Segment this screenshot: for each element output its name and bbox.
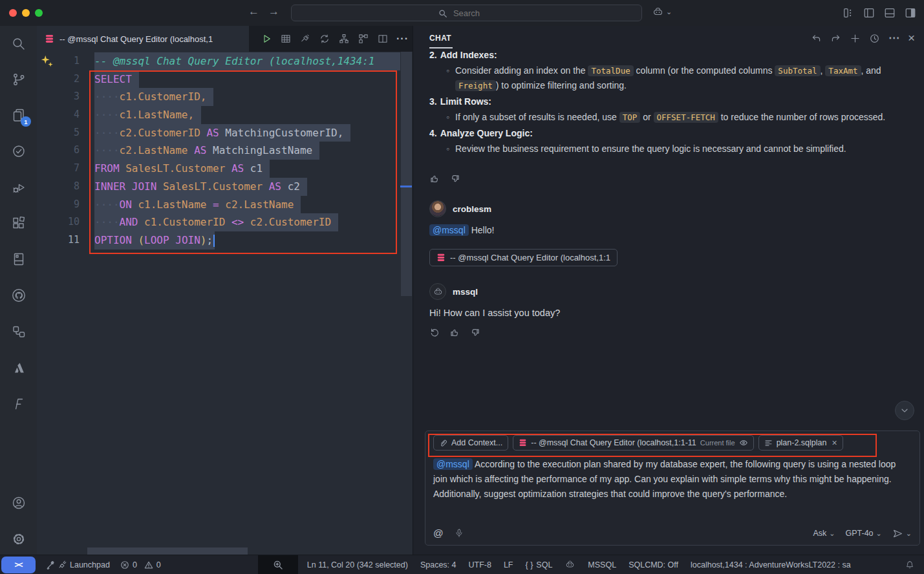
code-editor[interactable]: 1234567891011 -- @mssql Chat Query Edito… (37, 52, 413, 555)
chat-input-container[interactable]: Add Context... -- @mssql Chat Query Edit… (425, 430, 920, 546)
chevron-down-icon: ⌄ (876, 529, 882, 538)
code-line[interactable]: ····c1.CustomerID, (94, 88, 401, 106)
eye-icon[interactable] (739, 438, 748, 447)
eol-item[interactable]: LF (504, 560, 513, 569)
toggle-panel-icon[interactable] (884, 7, 896, 19)
command-search-box[interactable] (291, 5, 642, 21)
close-icon[interactable]: × (908, 32, 915, 44)
add-context-button[interactable]: Add Context... (433, 435, 508, 451)
inline-code: SubTotal (775, 65, 820, 76)
history-icon[interactable] (869, 33, 880, 44)
problems-item[interactable]: 0 0 (120, 560, 161, 569)
thumbs-down-icon[interactable] (469, 327, 480, 338)
remote-indicator[interactable]: >< (1, 557, 36, 573)
toggle-sidebar-icon[interactable] (863, 7, 875, 19)
split-editor-icon[interactable] (377, 33, 389, 45)
github-icon[interactable] (11, 288, 27, 303)
search-sidebar-icon[interactable] (11, 36, 27, 52)
mode-picker[interactable]: Ask⌄ (813, 529, 835, 538)
chat-panel: 2.Add Indexes:◦Consider adding an index … (413, 26, 924, 555)
more-actions-icon[interactable]: ⋯ (888, 32, 899, 44)
code-line[interactable]: ····c2.LastName AS MatchingLastName (94, 142, 401, 160)
code-area[interactable]: -- @mssql Chat Query Editor (localhost,1… (94, 52, 401, 250)
line-number: 11 (37, 231, 80, 250)
mention-chip[interactable]: @mssql (433, 458, 473, 470)
estimated-plan-icon[interactable] (338, 33, 350, 45)
back-icon[interactable]: ← (248, 5, 259, 18)
line-number: 4 (37, 106, 80, 124)
scroll-to-bottom-button[interactable] (895, 401, 914, 420)
list-bullet: ◦If only a subset of results is needed, … (429, 110, 914, 125)
thumbs-down-icon[interactable] (449, 173, 460, 184)
run-query-icon[interactable] (261, 33, 272, 45)
window-zoom-button[interactable] (35, 9, 43, 17)
run-debug-icon[interactable] (11, 180, 27, 195)
thumbs-up-icon[interactable] (429, 173, 440, 184)
model-picker[interactable]: GPT-4o⌄ (845, 529, 881, 538)
account-icon[interactable] (11, 495, 27, 511)
actual-plan-icon[interactable] (358, 33, 369, 45)
code-line[interactable]: -- @mssql Chat Query Editor (localhost,1… (94, 52, 401, 70)
code-line[interactable]: INNER JOIN SalesLT.Customer AS c2 (94, 178, 401, 196)
copilot-status-icon[interactable] (564, 559, 575, 570)
connections-icon[interactable] (11, 324, 27, 339)
undo-icon[interactable] (811, 33, 822, 44)
source-control-icon[interactable] (11, 72, 27, 87)
results-grid-icon[interactable] (280, 33, 292, 45)
mssql-item[interactable]: MSSQL (588, 560, 616, 569)
cursor-position-item[interactable]: Ln 11, Col 20 (342 selected) (307, 560, 408, 569)
context-chip-sqlplan[interactable]: plan-2.sqlplan × (758, 435, 843, 451)
chat-tab-label[interactable]: CHAT (429, 34, 451, 43)
change-connection-icon[interactable] (319, 33, 330, 45)
inline-code: TotalDue (588, 65, 633, 76)
notebook-icon[interactable] (11, 251, 27, 267)
forward-icon[interactable]: → (268, 5, 279, 18)
copilot-menu-button[interactable]: ⌄ (652, 6, 672, 18)
code-line[interactable]: SELECT (94, 70, 401, 89)
extensions-icon[interactable] (11, 215, 27, 231)
connection-item[interactable]: localhost,1434 : AdventureWorksLT2022 : … (691, 560, 851, 569)
editor-horizontal-scrollbar[interactable] (87, 547, 248, 555)
window-minimize-button[interactable] (22, 9, 30, 17)
launchpad-item[interactable]: Launchpad (46, 560, 110, 569)
paperclip-icon (439, 439, 447, 447)
zoom-annotation-button[interactable] (258, 555, 298, 574)
settings-gear-icon[interactable] (11, 531, 27, 547)
azure-icon[interactable] (11, 360, 27, 376)
redo-icon[interactable] (830, 33, 841, 44)
retry-icon[interactable] (429, 327, 440, 338)
code-line[interactable]: ····AND c1.CustomerID <> c2.CustomerID (94, 213, 401, 231)
editor-scrollbar[interactable] (401, 52, 412, 296)
code-line[interactable]: FROM SalesLT.Customer AS c1 (94, 160, 401, 178)
mic-icon[interactable] (454, 528, 464, 538)
language-item[interactable]: { }SQL (526, 560, 553, 569)
check-circle-icon[interactable] (11, 144, 27, 159)
context-chip-current-file[interactable]: -- @mssql Chat Query Editor (localhost,1… (513, 435, 753, 451)
tab-mssql-chat-query-editor[interactable]: -- @mssql Chat Query Editor (localhost,1 (37, 26, 249, 52)
toggle-secondary-sidebar-icon[interactable] (905, 7, 916, 19)
indentation-item[interactable]: Spaces: 4 (420, 560, 457, 569)
code-line[interactable]: OPTION (LOOP JOIN); (94, 231, 401, 250)
mention-chip[interactable]: @mssql (429, 224, 469, 236)
new-chat-icon[interactable] (850, 33, 861, 44)
database-icon (436, 253, 446, 262)
remove-chip-icon[interactable]: × (832, 438, 837, 448)
disconnect-icon[interactable] (299, 33, 311, 45)
encoding-item[interactable]: UTF-8 (469, 560, 491, 569)
explorer-icon[interactable]: 1 (11, 107, 27, 123)
chat-input-text[interactable]: @mssql According to the execution plan s… (425, 454, 919, 522)
code-line[interactable]: ····ON c1.LastName = c2.LastName (94, 196, 401, 214)
thumbs-up-icon[interactable] (449, 327, 460, 338)
code-line[interactable]: ····c1.LastName, (94, 106, 401, 124)
customize-layout-icon[interactable] (843, 7, 854, 19)
attachment-pill[interactable]: -- @mssql Chat Query Editor (localhost,1… (429, 249, 618, 266)
fabric-icon[interactable] (11, 396, 27, 412)
code-line[interactable]: ····c2.CustomerID AS MatchingCustomerID, (94, 124, 401, 142)
more-actions-icon[interactable]: ··· (396, 34, 409, 43)
send-button[interactable]: ⌄ (892, 528, 912, 539)
mention-icon[interactable]: @ (433, 527, 444, 539)
sqlcmd-item[interactable]: SQLCMD: Off (629, 560, 678, 569)
notifications-bell-icon[interactable] (905, 560, 915, 570)
search-input[interactable] (292, 8, 641, 18)
window-close-button[interactable] (9, 9, 17, 17)
